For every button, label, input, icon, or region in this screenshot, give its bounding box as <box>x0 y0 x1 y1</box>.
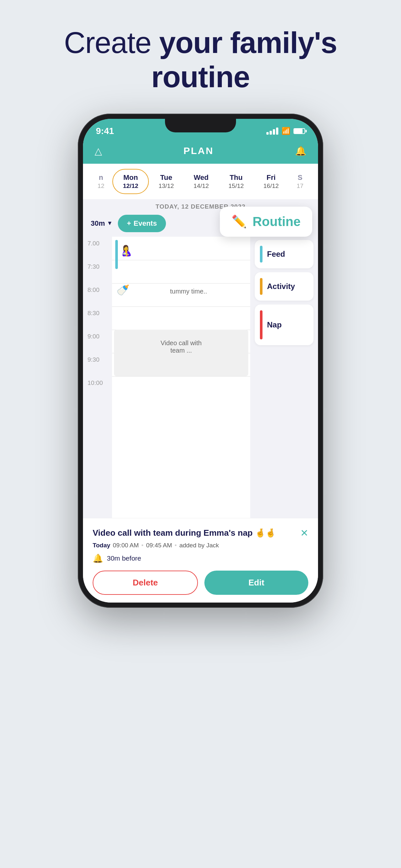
feed-legend-label: Feed <box>267 250 285 259</box>
time-label: 7.00 <box>88 240 99 247</box>
schedule-line-3 <box>112 306 250 307</box>
time-slot-930: 9:30 <box>83 356 112 379</box>
activity-legend-bar <box>260 278 263 295</box>
legend-item-nap[interactable]: Nap <box>255 305 313 345</box>
time-label: 9:00 <box>88 333 99 340</box>
nap-legend-label: Nap <box>267 320 281 330</box>
day-num: 12 <box>97 182 104 190</box>
day-item-sun-partial[interactable]: n 12 <box>89 169 112 193</box>
time-label: 8:30 <box>88 310 99 317</box>
time-slot-830: 8:30 <box>83 310 112 333</box>
wifi-icon: 📶 <box>281 127 290 135</box>
day-num: 15/12 <box>228 182 244 190</box>
legend-item-feed[interactable]: Feed <box>255 240 313 268</box>
day-num: 13/12 <box>158 182 174 190</box>
time-slot-900: 9:00 <box>83 333 112 356</box>
battery-fill <box>294 129 303 133</box>
schedule-line-2 <box>112 283 250 283</box>
day-num: 14/12 <box>193 182 209 190</box>
event-detail-actions: Delete Edit <box>93 570 308 595</box>
day-name: S <box>298 174 303 182</box>
event-detail-reminder: 🔔 30m before <box>93 554 308 563</box>
plus-icon: + <box>127 219 131 228</box>
time-slot-730: 7:30 <box>83 263 112 286</box>
schedule-line-6 <box>112 376 250 376</box>
event-detail-header: Video call with team during Emma's nap 🤞… <box>93 527 308 538</box>
event-detail-panel: Video call with team during Emma's nap 🤞… <box>83 518 318 602</box>
day-item-thu[interactable]: Thu 15/12 <box>219 169 253 193</box>
video-call-block[interactable]: Video call withteam ... <box>114 330 248 376</box>
day-selector: n 12 Mon 12/12 Tue 13/12 Wed 14/12 Thu 1… <box>83 164 318 199</box>
feed-bar <box>115 240 118 269</box>
status-time: 9:41 <box>96 126 114 136</box>
time-column: 7.00 7:30 8:00 8:30 9:00 9:30 10 <box>83 237 112 518</box>
notch <box>165 119 236 132</box>
time-filter[interactable]: 30m ▼ <box>91 219 113 228</box>
phone-screen: 9:41 📶 △ PLAN 🔔 n 12 Mo <box>83 119 318 602</box>
time-slot-700: 7.00 <box>83 240 112 263</box>
app-title: PLAN <box>183 145 214 156</box>
meta-end: 09:45 AM <box>146 542 172 549</box>
day-name: Wed <box>194 174 209 182</box>
app-header: △ PLAN 🔔 <box>83 141 318 164</box>
time-label: 7:30 <box>88 263 99 270</box>
delete-button[interactable]: Delete <box>93 570 198 595</box>
close-button[interactable]: ✕ <box>300 527 308 538</box>
chevron-down-icon: ▼ <box>107 220 113 227</box>
feed-legend-bar <box>260 246 263 262</box>
meta-dot2: • <box>175 542 177 549</box>
add-events-button[interactable]: + Events <box>118 215 166 232</box>
status-icons: 📶 <box>266 127 305 135</box>
tummy-text: tummy time.. <box>130 288 247 295</box>
meta-start: 09:00 AM <box>113 542 139 549</box>
activity-legend-label: Activity <box>267 282 295 291</box>
legend-panel: Feed Activity Nap <box>250 237 318 518</box>
add-events-label: Events <box>134 219 157 228</box>
tummy-emoji: 🍼 <box>117 284 129 296</box>
day-name: Fri <box>266 174 275 182</box>
time-label: 10:00 <box>88 379 103 386</box>
bell-teal-icon: 🔔 <box>93 554 103 563</box>
page-headline: Create your family's routine <box>64 26 337 94</box>
time-label: 8:00 <box>88 286 99 293</box>
signal-icon <box>266 128 278 135</box>
routine-tooltip: ✏️ Routine <box>220 207 312 237</box>
video-call-text: Video call withteam ... <box>114 339 248 354</box>
meta-added-by: added by Jack <box>179 542 219 549</box>
event-detail-title: Video call with team during Emma's nap 🤞… <box>93 527 276 538</box>
time-filter-value: 30m <box>91 219 105 228</box>
day-num: 12/12 <box>123 182 138 190</box>
feed-emoji: 🤱 <box>120 244 133 257</box>
battery-icon <box>294 128 305 134</box>
meta-dot1: • <box>142 542 144 549</box>
day-item-wed[interactable]: Wed 14/12 <box>184 169 219 193</box>
time-slot-1000: 10:00 <box>83 379 112 403</box>
routine-label: Routine <box>252 214 301 229</box>
day-num: 17 <box>297 182 304 190</box>
headline-line2: routine <box>151 60 250 93</box>
time-slot-800: 8:00 <box>83 286 112 310</box>
day-item-tue[interactable]: Tue 13/12 <box>149 169 184 193</box>
legend-item-activity[interactable]: Activity <box>255 272 313 301</box>
schedule-line-1 <box>112 260 250 260</box>
day-item-mon[interactable]: Mon 12/12 <box>112 169 149 194</box>
nap-legend-bar <box>260 310 263 339</box>
time-label: 9:30 <box>88 356 99 363</box>
reminder-text: 30m before <box>107 554 141 562</box>
phone-shell: 9:41 📶 △ PLAN 🔔 n 12 Mo <box>78 114 323 608</box>
day-item-fri[interactable]: Fri 16/12 <box>253 169 288 193</box>
alert-icon[interactable]: △ <box>95 145 102 157</box>
schedule-main: 🤱 🍼 tummy time.. Video call withteam ... <box>112 237 250 518</box>
meta-today: Today <box>93 542 111 549</box>
day-name: Tue <box>160 174 172 182</box>
day-num: 16/12 <box>264 182 279 190</box>
day-item-sat-partial[interactable]: S 17 <box>289 169 312 193</box>
pencil-icon: ✏️ <box>232 214 247 228</box>
event-detail-meta: Today 09:00 AM • 09:45 AM • added by Jac… <box>93 542 308 549</box>
bell-icon[interactable]: 🔔 <box>295 146 306 156</box>
day-name: Mon <box>123 174 138 182</box>
day-name: Thu <box>229 174 243 182</box>
schedule-area: 7.00 7:30 8:00 8:30 9:00 9:30 10 <box>83 237 318 518</box>
edit-button[interactable]: Edit <box>204 570 308 595</box>
day-name: n <box>99 174 103 182</box>
